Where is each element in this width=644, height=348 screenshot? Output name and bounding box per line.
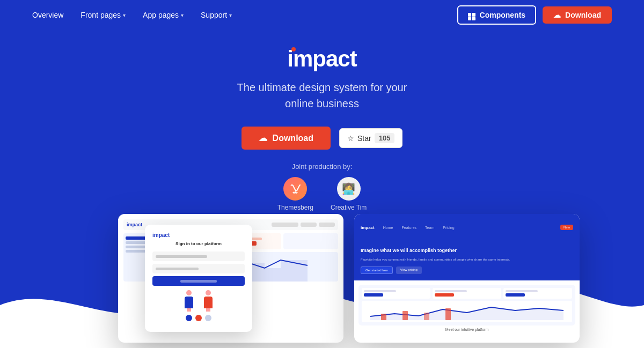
chevron-down-icon: ▾ [123,12,126,18]
themesberg-logo [283,177,307,201]
partner-themesberg: Themesberg [277,177,313,211]
svg-rect-3 [445,308,451,320]
nav-overview[interactable]: Overview [32,11,63,19]
right-mockup-title: Imagine what we will accomplish together [361,247,573,254]
preview-right: impact Home Features Team Pricing New Im… [354,214,580,343]
nav-support[interactable]: Support ▾ [201,11,232,19]
chevron-down-icon: ▾ [229,12,232,18]
signin-title: Sign in to our platform [152,241,245,246]
right-mockup-subtitle: Flowbite helps you connect with friends,… [361,257,573,262]
signin-logo: impact [152,232,245,238]
joint-production: Joint production by: Themesberg 👩‍💻 Crea… [0,162,644,211]
right-mockup-brand: impact [361,225,375,230]
mockup-logo-text: impact [127,222,142,227]
cloud-upload-icon: ☁ [553,11,561,19]
nav-actions: Components ☁ Download [457,5,612,25]
navbar: Overview Front pages ▾ App pages ▾ Suppo… [0,0,644,30]
cloud-icon: ☁ [259,133,267,143]
star-count: 105 [375,133,395,143]
right-nav-1: Home [383,226,393,229]
windows-icon [468,10,475,21]
svg-rect-2 [424,313,429,320]
star-button[interactable]: ☆ Star 105 [339,128,402,148]
right-nav-3: Team [425,226,434,229]
nav-download-button[interactable]: ☁ Download [543,6,612,24]
creativetim-logo: 👩‍💻 [337,177,361,201]
hero-section: impact The ultimate design system for yo… [0,30,644,211]
star-icon: ☆ [347,134,354,143]
right-mockup-dashboard: Meet our intuitive platform [354,280,580,336]
right-nav-btn[interactable]: New [560,225,573,230]
joint-logos: Themesberg 👩‍💻 Creative Tim [0,177,644,211]
partner-creativetim: 👩‍💻 Creative Tim [331,177,367,211]
chevron-down-icon: ▾ [181,12,184,18]
nav-links: Overview Front pages ▾ App pages ▾ Suppo… [32,11,232,19]
dashboard-label: Meet our intuitive platform [358,328,575,331]
right-mockup-hero: Imagine what we will accomplish together… [354,241,580,280]
nav-app-pages[interactable]: App pages ▾ [143,11,184,19]
right-nav-2: Features [401,226,416,229]
right-mockup-header: impact Home Features Team Pricing New [354,214,580,241]
nav-front-pages[interactable]: Front pages ▾ [80,11,126,19]
svg-rect-0 [381,314,386,320]
right-btn-secondary[interactable]: View pricing [396,266,422,274]
signin-card: impact Sign in to our platform [145,225,252,332]
hero-logo: impact [287,46,356,72]
right-mockup-btns: Get started free View pricing [361,266,573,274]
right-btn-primary[interactable]: Get started free [361,266,393,274]
right-nav-4: Pricing [443,226,454,229]
svg-rect-1 [402,311,408,320]
hero-download-button[interactable]: ☁ Download [241,127,331,150]
preview-section: impact [0,209,644,348]
hero-subtitle: The ultimate design system for your onli… [0,79,644,112]
components-button[interactable]: Components [457,5,537,25]
hero-actions: ☁ Download ☆ Star 105 [0,127,644,150]
